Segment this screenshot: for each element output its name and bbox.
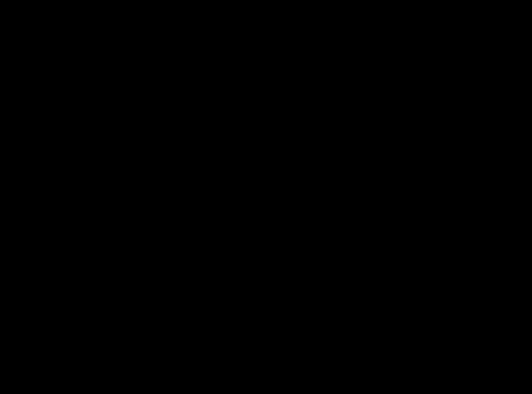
polar-chart [0, 0, 532, 394]
lady-heather-screen [0, 0, 532, 394]
